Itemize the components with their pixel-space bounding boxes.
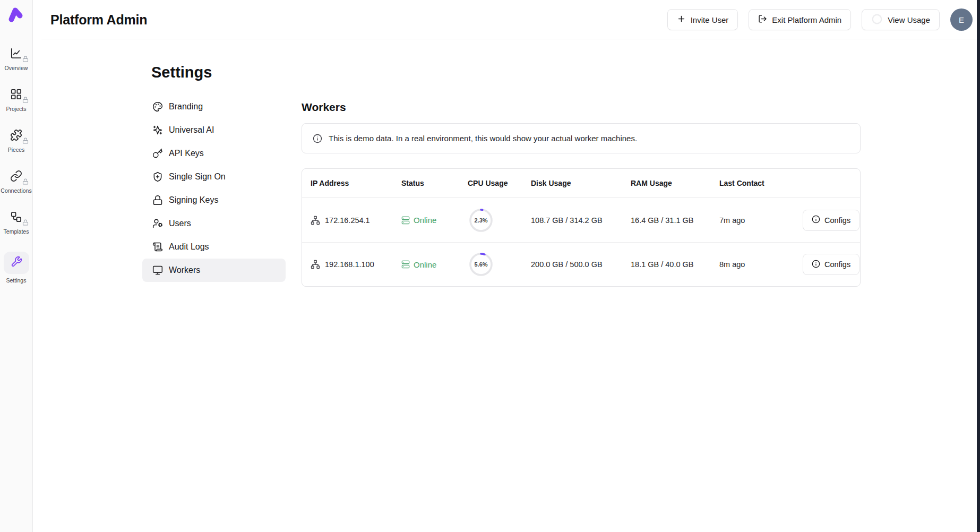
sidebar-item-settings[interactable]: Settings [0, 252, 33, 284]
cpu-usage-gauge: 2.3% [468, 207, 494, 234]
sidebar-item-label: Projects [6, 106, 27, 112]
settings-nav: Branding Universal AI API Keys [142, 95, 286, 282]
sidebar-item-connections[interactable]: Connections [0, 170, 33, 194]
lock-icon [152, 195, 163, 205]
settings-nav-users[interactable]: Users [142, 212, 286, 235]
user-gear-icon [152, 218, 163, 229]
workflow-icon [10, 211, 22, 225]
demo-data-banner: This is demo data. In a real environment… [302, 123, 861, 153]
status-badge: Online [401, 260, 468, 269]
svg-text:5.6%: 5.6% [474, 261, 487, 268]
plus-icon [677, 14, 686, 25]
column-header-disk: Disk Usage [531, 179, 631, 187]
settings-page-title: Settings [151, 64, 286, 81]
settings-nav-signing-keys[interactable]: Signing Keys [142, 188, 286, 212]
puzzle-icon [10, 129, 22, 143]
platform-admin-app: Overview Projects [0, 0, 977, 532]
column-header-status: Status [401, 179, 468, 187]
sidebar-item-label: Settings [6, 277, 27, 284]
shield-plus-icon [152, 171, 163, 182]
page-header: Platform Admin Invite User Exit Platform… [33, 0, 977, 39]
lock-icon [22, 136, 29, 146]
sidebar-item-label: Pieces [8, 147, 25, 153]
app-sidebar: Overview Projects [0, 0, 33, 532]
right-edge-strip [977, 0, 980, 532]
settings-nav-label: API Keys [169, 149, 204, 158]
network-icon [311, 216, 320, 225]
table-row: 192.168.1.100 Online 5 [302, 242, 860, 286]
server-icon [401, 216, 410, 225]
settings-nav-universal-ai[interactable]: Universal AI [142, 118, 286, 142]
monitor-icon [152, 265, 163, 276]
configs-button[interactable]: Configs [803, 254, 859, 275]
settings-nav-api-keys[interactable]: API Keys [142, 142, 286, 165]
palette-icon [152, 101, 163, 112]
wrench-icon [11, 256, 22, 270]
settings-nav-label: Workers [169, 265, 200, 275]
usage-ring-icon [871, 13, 883, 27]
lock-icon [22, 177, 29, 187]
settings-nav-single-sign-on[interactable]: Single Sign On [142, 165, 286, 188]
log-out-icon [758, 14, 767, 25]
settings-nav-label: Branding [169, 102, 203, 111]
ram-usage: 18.1 GB / 40.0 GB [631, 260, 719, 269]
disk-usage: 200.0 GB / 500.0 GB [531, 260, 631, 269]
chart-line-icon [10, 47, 22, 62]
settings-nav-label: Users [169, 219, 191, 228]
page-title: Platform Admin [50, 12, 147, 28]
cpu-usage-gauge: 5.6% [468, 251, 494, 278]
sidebar-item-projects[interactable]: Projects [0, 88, 33, 112]
ram-usage: 16.4 GB / 31.1 GB [631, 216, 719, 225]
sidebar-item-label: Connections [1, 187, 31, 194]
workers-table: IP Address Status CPU Usage Disk Usage R… [302, 168, 861, 287]
sidebar-item-templates[interactable]: Templates [0, 211, 33, 235]
server-icon [401, 260, 410, 269]
header-actions: Invite User Exit Platform Admin View Usa… [667, 8, 973, 31]
workers-panel: Workers This is demo data. In a real env… [302, 64, 861, 287]
disk-usage: 108.7 GB / 314.2 GB [531, 216, 631, 225]
lock-icon [22, 218, 29, 228]
configs-button[interactable]: Configs [803, 210, 859, 231]
scroll-icon [152, 242, 163, 252]
info-icon [313, 134, 322, 143]
settings-page: Settings Branding Universal AI [33, 39, 977, 287]
info-icon [812, 215, 820, 225]
activepieces-logo-icon[interactable] [6, 5, 27, 25]
settings-nav-branding[interactable]: Branding [142, 95, 286, 118]
worker-ip: 172.16.254.1 [325, 216, 370, 225]
column-header-ip: IP Address [311, 179, 401, 187]
sidebar-item-overview[interactable]: Overview [0, 47, 33, 71]
banner-text: This is demo data. In a real environment… [329, 134, 637, 143]
info-icon [812, 260, 820, 270]
invite-user-button[interactable]: Invite User [667, 9, 738, 30]
settings-nav-workers[interactable]: Workers [142, 259, 286, 282]
network-icon [311, 260, 320, 269]
column-header-ram: RAM Usage [631, 179, 719, 187]
svg-text:2.3%: 2.3% [474, 217, 487, 224]
status-text: Online [414, 216, 436, 225]
sidebar-item-label: Overview [5, 65, 28, 71]
last-contact: 8m ago [719, 260, 803, 269]
user-avatar[interactable]: E [950, 8, 973, 31]
grid-icon [10, 88, 22, 102]
lock-icon [22, 96, 29, 105]
lock-icon [22, 55, 29, 64]
column-header-cpu: CPU Usage [468, 179, 531, 187]
settings-nav-audit-logs[interactable]: Audit Logs [142, 235, 286, 259]
sparkles-icon [152, 125, 163, 135]
status-text: Online [414, 260, 436, 269]
settings-nav-label: Signing Keys [169, 195, 218, 205]
settings-nav-label: Audit Logs [169, 242, 209, 252]
sidebar-item-pieces[interactable]: Pieces [0, 129, 33, 153]
view-usage-button[interactable]: View Usage [862, 9, 940, 30]
settings-nav-label: Single Sign On [169, 172, 226, 182]
settings-nav-column: Settings Branding Universal AI [142, 64, 286, 287]
main-area: Platform Admin Invite User Exit Platform… [33, 0, 977, 532]
workers-section-title: Workers [302, 101, 861, 114]
exit-platform-admin-button[interactable]: Exit Platform Admin [749, 9, 851, 30]
worker-ip: 192.168.1.100 [325, 260, 374, 269]
table-header-row: IP Address Status CPU Usage Disk Usage R… [302, 169, 860, 198]
status-badge: Online [401, 216, 468, 225]
sidebar-nav: Overview Projects [0, 47, 33, 284]
last-contact: 7m ago [719, 216, 803, 225]
